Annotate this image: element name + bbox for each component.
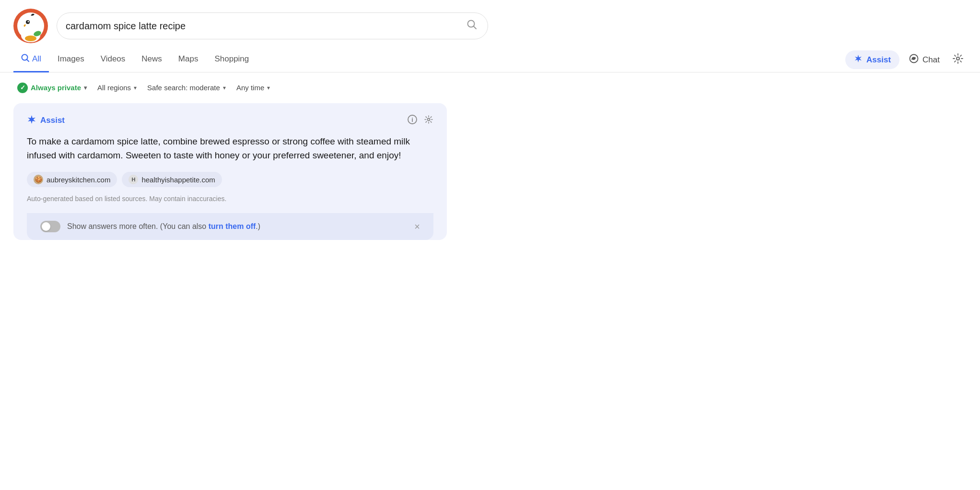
- private-label: Always private: [31, 84, 81, 92]
- tab-videos[interactable]: Videos: [93, 48, 133, 72]
- assist-card-label: Assist: [27, 115, 65, 127]
- svg-line-11: [27, 60, 29, 62]
- toggle-bar: Show answers more often. (You can also t…: [27, 213, 433, 240]
- toggle-text-before: Show answers more often. (You can also: [67, 222, 209, 230]
- assist-button[interactable]: Assist: [845, 50, 899, 69]
- assist-card-title: Assist: [40, 116, 65, 125]
- tab-all-label: All: [32, 54, 41, 64]
- toggle-bar-close-button[interactable]: ×: [414, 221, 420, 232]
- header: [0, 0, 980, 43]
- time-filter[interactable]: Any time ▾: [233, 81, 274, 94]
- tab-maps[interactable]: Maps: [171, 48, 206, 72]
- search-tab-icon: [21, 54, 29, 64]
- toggle-text-after: .): [256, 222, 260, 230]
- time-label: Any time: [236, 84, 264, 92]
- assist-card-actions: i: [408, 115, 433, 127]
- tab-images[interactable]: Images: [50, 48, 92, 72]
- settings-button[interactable]: [949, 50, 967, 70]
- svg-line-9: [474, 26, 477, 29]
- tab-shopping[interactable]: Shopping: [207, 48, 257, 72]
- assist-answer: To make a cardamom spice latte, combine …: [27, 134, 433, 163]
- assist-card: Assist i To make a cardamom spice latt: [13, 103, 447, 240]
- logo[interactable]: [13, 9, 48, 43]
- tab-images-label: Images: [58, 54, 84, 64]
- source-chip-2[interactable]: H healthyishappetite.com: [122, 172, 222, 187]
- nav-right: Assist Chat: [845, 50, 967, 70]
- nav-tabs: All Images Videos News Maps Shopping Ass…: [0, 48, 980, 72]
- tab-all[interactable]: All: [13, 48, 49, 72]
- source-favicon-1: 🍪: [34, 175, 43, 184]
- time-chevron-icon: ▾: [267, 84, 270, 91]
- assist-star-icon: [854, 54, 863, 65]
- assist-card-star-icon: [27, 115, 36, 127]
- chat-btn-label: Chat: [922, 55, 940, 65]
- source-domain-2: healthyishappetite.com: [141, 176, 215, 184]
- svg-point-16: [428, 118, 430, 120]
- tab-maps-label: Maps: [178, 54, 198, 64]
- safe-search-filter[interactable]: Safe search: moderate ▾: [143, 81, 230, 94]
- search-bar: [57, 12, 488, 39]
- assist-card-header: Assist i: [27, 115, 433, 127]
- card-settings-button[interactable]: [424, 115, 433, 127]
- search-button[interactable]: [465, 19, 479, 33]
- source-domain-1: aubreyskitchen.com: [47, 176, 110, 184]
- assist-btn-label: Assist: [866, 55, 891, 65]
- safe-search-chevron-icon: ▾: [223, 84, 226, 91]
- auto-generated-note: Auto-generated based on listed sources. …: [27, 195, 433, 211]
- toggle-left: Show answers more often. (You can also t…: [40, 221, 260, 232]
- turn-off-link[interactable]: turn them off: [209, 222, 256, 230]
- private-filter[interactable]: ✓ Always private ▾: [13, 80, 91, 96]
- regions-chevron-icon: ▾: [134, 84, 137, 91]
- toggle-text: Show answers more often. (You can also t…: [67, 222, 260, 231]
- safe-search-label: Safe search: moderate: [147, 84, 220, 92]
- svg-point-13: [957, 57, 959, 60]
- sources-row: 🍪 aubreyskitchen.com H healthyishappetit…: [27, 172, 433, 187]
- private-chevron-icon: ▾: [84, 84, 87, 91]
- regions-filter[interactable]: All regions ▾: [93, 81, 140, 94]
- toggle-switch[interactable]: [40, 221, 60, 232]
- source-favicon-2: H: [128, 175, 138, 184]
- nav-left: All Images Videos News Maps Shopping: [13, 48, 845, 72]
- tab-news-label: News: [141, 54, 162, 64]
- main-content: Assist i To make a cardamom spice latt: [0, 103, 460, 263]
- tab-news[interactable]: News: [134, 48, 170, 72]
- svg-point-4: [28, 21, 29, 23]
- info-button[interactable]: i: [408, 115, 417, 127]
- toggle-knob: [42, 222, 50, 231]
- svg-point-7: [25, 36, 36, 41]
- chat-icon: [909, 54, 919, 66]
- svg-text:i: i: [411, 116, 413, 123]
- private-check-icon: ✓: [17, 83, 28, 93]
- source-chip-1[interactable]: 🍪 aubreyskitchen.com: [27, 172, 117, 187]
- regions-label: All regions: [97, 84, 131, 92]
- filter-bar: ✓ Always private ▾ All regions ▾ Safe se…: [0, 72, 980, 103]
- chat-button[interactable]: Chat: [904, 50, 945, 70]
- tab-videos-label: Videos: [101, 54, 126, 64]
- tab-shopping-label: Shopping: [214, 54, 249, 64]
- search-input[interactable]: [66, 21, 465, 32]
